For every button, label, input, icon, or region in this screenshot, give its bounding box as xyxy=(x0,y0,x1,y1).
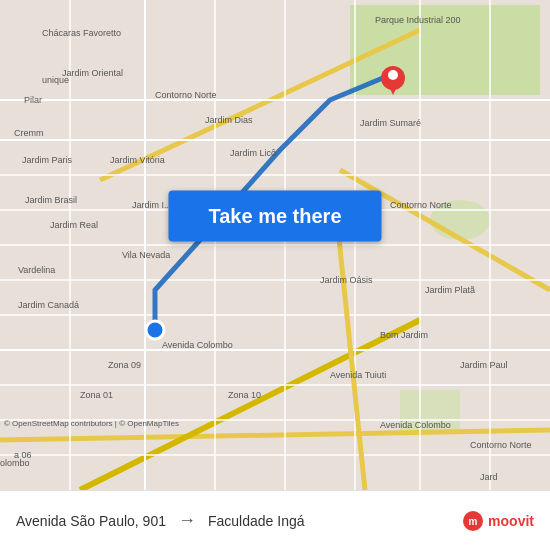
map-background xyxy=(0,0,550,490)
destination-label: Faculdade Ingá xyxy=(208,513,305,529)
svg-text:m: m xyxy=(469,516,478,527)
svg-point-32 xyxy=(388,70,398,80)
map-container: Chácaras FavorettoJardim OrientalJardim … xyxy=(0,0,550,490)
svg-rect-5 xyxy=(400,390,460,430)
bottom-bar: Avenida São Paulo, 901 → Faculdade Ingá … xyxy=(0,490,550,550)
svg-point-4 xyxy=(430,200,490,240)
map-attribution: © OpenStreetMap contributors | © OpenMap… xyxy=(4,419,179,428)
svg-point-29 xyxy=(146,321,164,339)
origin-label: Avenida São Paulo, 901 xyxy=(16,513,166,529)
take-me-there-button[interactable]: Take me there xyxy=(168,190,381,241)
moovit-logo-icon: m xyxy=(462,510,484,532)
route-arrow-icon: → xyxy=(178,510,196,531)
moovit-text: moovit xyxy=(488,513,534,529)
moovit-logo: m moovit xyxy=(462,510,534,532)
